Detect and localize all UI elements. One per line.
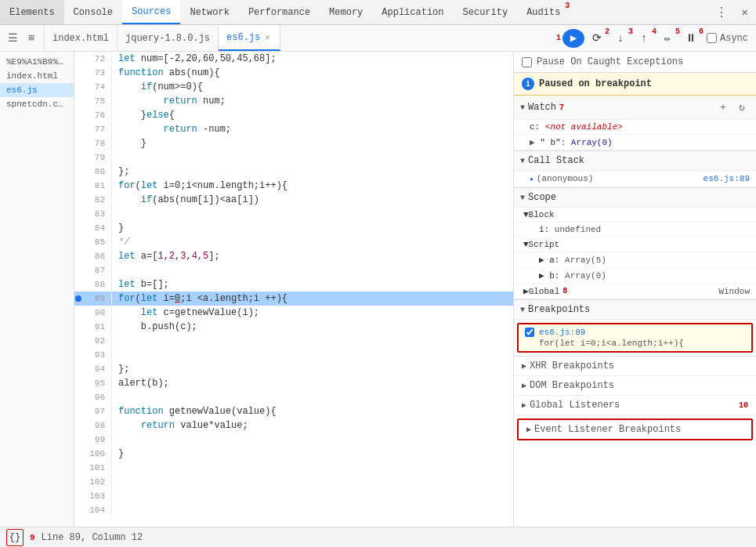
event-listener-label: Event Listener Breakpoints (534, 424, 681, 435)
more-menu-button[interactable]: ⋮ (709, 5, 734, 20)
file-tab-index[interactable]: index.html (45, 25, 118, 51)
event-listener-row[interactable]: ▶ Event Listener Breakpoints (519, 420, 751, 439)
tab-application[interactable]: Application (372, 0, 453, 24)
file-tab-es6[interactable]: es6.js ✕ (219, 25, 280, 51)
callstack-section: ▼ Call Stack ● (anonymous) es6.js:89 (514, 151, 756, 188)
code-line: 81for(let i=0;i<num.length;i++){ (74, 179, 513, 193)
code-line: 98 return value*value; (74, 418, 513, 433)
format-button[interactable]: {} (6, 529, 24, 546)
scope-header[interactable]: ▼ Scope (514, 188, 756, 208)
dom-triangle: ▶ (522, 381, 526, 390)
watch-badge: 7 (559, 103, 564, 112)
scope-script-header[interactable]: ▼ Script (514, 237, 756, 252)
scope-script-label: Script (529, 240, 560, 249)
callstack-label: Call Stack (528, 155, 584, 166)
breakpoint-checkbox[interactable] (525, 328, 534, 337)
global-listeners-badge: 10 (739, 401, 748, 410)
code-line: 92 (74, 334, 513, 348)
code-line: 87 (74, 263, 513, 277)
callstack-dot: ● (530, 176, 534, 183)
step-into-button[interactable]: ↓ 3 (610, 29, 631, 48)
async-checkbox-label[interactable]: Async (704, 33, 751, 44)
tab-sources[interactable]: Sources (122, 0, 180, 24)
event-listener-container: ▶ Event Listener Breakpoints (517, 418, 753, 440)
callstack-file: es6.js:89 (704, 174, 750, 183)
tab-memory[interactable]: Memory (320, 0, 372, 24)
file-list-item-es6[interactable]: es6.js (0, 83, 74, 97)
step-over-button[interactable]: ⟳ 2 (586, 29, 608, 48)
callstack-item[interactable]: ● (anonymous) es6.js:89 (514, 171, 756, 187)
pause-caught-checkbox[interactable] (522, 57, 532, 67)
audits-badge: 3 (565, 2, 570, 10)
code-line: 97function getnewValue(value){ (74, 404, 513, 418)
breakpoint-file-row: es6.js:89 (525, 328, 745, 337)
breakpoint-code: for(let i=0;i<a.length;i++){ (525, 339, 745, 348)
scope-block-i: i: undefined (514, 223, 756, 237)
breakpoint-file: es6.js:89 (539, 328, 585, 337)
file-tab-jquery[interactable]: jquery-1.8.0.js (118, 25, 219, 51)
code-line: 72let num=[-2,20,60,50,45,68]; (74, 52, 513, 66)
code-line: 74 if(num>=0){ (74, 80, 513, 94)
window-link[interactable]: Window (718, 287, 750, 296)
code-line: 99 (74, 433, 513, 447)
deactivate-button[interactable]: ✏ 5 (657, 29, 678, 48)
watch-label: Watch (528, 102, 556, 113)
dom-breakpoints-row[interactable]: ▶ DOM Breakpoints (514, 376, 756, 396)
tab-audits[interactable]: Audits 3 (517, 0, 570, 24)
async-checkbox[interactable] (707, 33, 717, 43)
close-tab-icon[interactable]: ✕ (263, 31, 272, 43)
tab-network[interactable]: Network (180, 0, 238, 24)
breakpoints-label: Breakpoints (528, 304, 590, 315)
scope-script-b: ▶ b: Array(0) (514, 268, 756, 284)
close-devtools-button[interactable]: ✕ (734, 5, 756, 19)
code-line: 102 (74, 475, 513, 489)
breakpoints-section: ▼ Breakpoints es6.js:89 for(let i=0;i<a.… (514, 300, 756, 357)
filesystem-icon[interactable]: ⊞ (22, 29, 41, 48)
watch-header[interactable]: ▼ Watch 7 + ↻ (514, 96, 756, 120)
code-editor[interactable]: 72let num=[-2,20,60,50,45,68]; 73functio… (74, 52, 513, 527)
file-list-item[interactable]: %E9%A1%B9%9BE... (0, 55, 74, 69)
breakpoints-triangle: ▼ (520, 306, 525, 314)
global-listeners-triangle: ▶ (522, 400, 526, 410)
xhr-label: XHR Breakpoints (530, 360, 614, 371)
code-line: 85*/ (74, 235, 513, 249)
scope-block-header[interactable]: ▼ Block (514, 208, 756, 223)
breakpoint-item: es6.js:89 for(let i=0;i<a.length;i++){ (519, 324, 751, 351)
scope-global-header[interactable]: ▶ Global 8 Window (514, 284, 756, 299)
code-line: 91 b.push(c); (74, 320, 513, 334)
tab-console[interactable]: Console (64, 0, 122, 24)
resume-button[interactable]: ▶ (562, 29, 584, 48)
file-list-item[interactable]: index.html (0, 69, 74, 83)
watch-add-button[interactable]: + (715, 100, 731, 115)
right-panel-scroll[interactable]: ▼ Watch 7 + ↻ c: <not available> ▶ " b":… (514, 96, 756, 527)
code-line: 95alert(b); (74, 376, 513, 390)
scope-script-a: ▶ a: Array(5) (514, 252, 756, 268)
code-line: 82 if(abs(num[i])<aa[i]) (74, 193, 513, 207)
file-nav-left: ☰ ⊞ (0, 25, 45, 51)
code-lines: 72let num=[-2,20,60,50,45,68]; 73functio… (74, 52, 513, 517)
tab-security[interactable]: Security (454, 0, 518, 24)
breakpoint-gutter[interactable] (74, 295, 82, 302)
scope-global-triangle: ▶ (523, 286, 529, 296)
code-line-89: 89 for(let i=0;i <a.length;i ++){ (74, 292, 513, 306)
pause-exceptions-button[interactable]: ⏸ 6 (680, 29, 702, 48)
global-listeners-row[interactable]: ▶ Global Listeners 10 (514, 396, 756, 415)
dom-label: DOM Breakpoints (530, 380, 614, 391)
watch-item-b: ▶ " b": Array(0) (514, 135, 756, 150)
watch-refresh-button[interactable]: ↻ (734, 100, 750, 115)
file-list-item-cdn[interactable]: spnetcdn.com (0, 97, 74, 111)
tab-performance[interactable]: Performance (239, 0, 320, 24)
debug-toolbar: 1 ▶ ⟳ 2 ↓ 3 ↑ 4 ✏ 5 ⏸ 6 Async (552, 25, 756, 51)
file-tabs-row: ☰ ⊞ index.html jquery-1.8.0.js es6.js ✕ … (0, 25, 756, 52)
pause-exceptions-row: Pause On Caught Exceptions (514, 52, 756, 72)
code-line: 104 (74, 503, 513, 517)
status-badge: 9 (30, 533, 35, 542)
callstack-header[interactable]: ▼ Call Stack (514, 151, 756, 171)
xhr-breakpoints-row[interactable]: ▶ XHR Breakpoints (514, 357, 756, 376)
tab-elements[interactable]: Elements (0, 0, 64, 24)
pause-exceptions-section: Pause On Caught Exceptions (514, 52, 756, 73)
step-out-button[interactable]: ↑ 4 (633, 29, 655, 48)
code-line: 80}; (74, 165, 513, 179)
sidebar-toggle-icon[interactable]: ☰ (3, 29, 22, 48)
breakpoints-header[interactable]: ▼ Breakpoints (514, 300, 756, 320)
